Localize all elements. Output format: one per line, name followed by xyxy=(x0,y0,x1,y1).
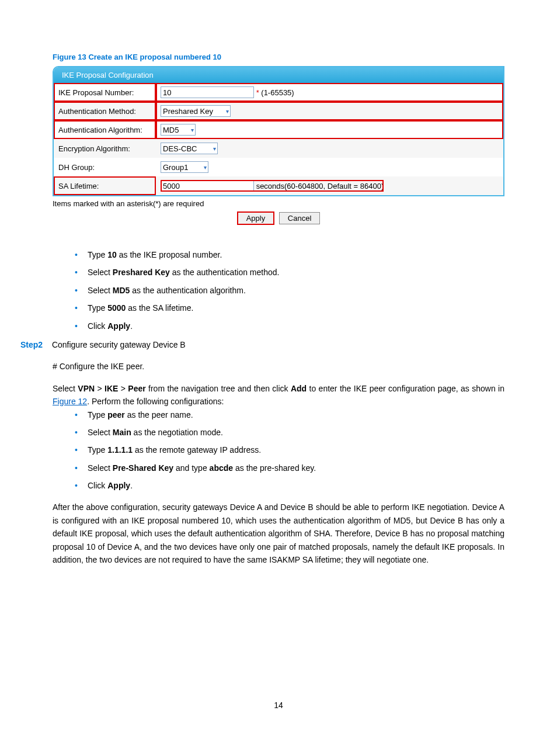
list-item: Type 5000 as the SA lifetime. xyxy=(88,301,504,314)
row-auth-method: Authentication Method: Preshared Key ▾ xyxy=(54,102,503,120)
select-auth-algo[interactable]: MD5 xyxy=(161,124,196,136)
hint-sa-lifetime: seconds(60-604800, Default = 86400) xyxy=(256,182,384,190)
list-item: Click Apply. xyxy=(88,320,504,332)
label-enc-algo: Encryption Algorithm: xyxy=(54,139,156,158)
paragraph: # Configure the IKE peer. xyxy=(53,360,504,373)
panel-header: IKE Proposal Configuration xyxy=(54,67,503,83)
required-note: Items marked with an asterisk(*) are req… xyxy=(53,199,504,208)
paragraph: Select VPN > IKE > Peer from the navigat… xyxy=(53,382,504,408)
list-item: Type peer as the peer name. xyxy=(88,408,504,421)
figure-caption: Figure 13 Create an IKE proposal numbere… xyxy=(53,53,504,61)
ike-config-panel: IKE Proposal Configuration IKE Proposal … xyxy=(53,66,504,196)
page-number: 14 xyxy=(53,700,504,710)
list-item: Select MD5 as the authentication algorit… xyxy=(88,284,504,297)
select-auth-method[interactable]: Preshared Key xyxy=(161,105,231,117)
instruction-list-2: Type peer as the peer name. Select Main … xyxy=(53,408,504,493)
select-dh-group[interactable]: Group1 xyxy=(161,161,208,173)
instruction-list-1: Type 10 as the IKE proposal number. Sele… xyxy=(53,248,504,332)
cancel-button[interactable]: Cancel xyxy=(279,212,320,224)
figure-12-link[interactable]: Figure 12 xyxy=(53,397,87,406)
apply-button[interactable]: Apply xyxy=(237,211,275,225)
hint-proposal-number: (1-65535) xyxy=(261,88,294,97)
label-auth-algo: Authentication Algorithm: xyxy=(54,120,156,139)
label-sa-lifetime: SA Lifetime: xyxy=(54,176,156,195)
config-table: IKE Proposal Number: * (1-65535) Authent… xyxy=(54,83,503,195)
label-auth-method: Authentication Method: xyxy=(54,102,156,120)
list-item: Type 1.1.1.1 as the remote gateway IP ad… xyxy=(88,443,504,456)
list-item: Select Pre-Shared Key and type abcde as … xyxy=(88,462,504,474)
input-sa-lifetime[interactable] xyxy=(161,180,254,192)
label-proposal-number: IKE Proposal Number: xyxy=(54,83,156,102)
paragraph: After the above configuration, security … xyxy=(53,501,504,566)
row-sa-lifetime: SA Lifetime: seconds(60-604800, Default … xyxy=(54,176,503,195)
row-dh-group: DH Group: Group1 ▾ xyxy=(54,158,503,176)
list-item: Select Main as the negotiation mode. xyxy=(88,426,504,439)
required-star-icon: * xyxy=(256,88,259,97)
input-proposal-number[interactable] xyxy=(161,86,254,98)
step-text: Configure security gateway Device B xyxy=(52,340,186,349)
list-item: Select Preshared Key as the authenticati… xyxy=(88,266,504,279)
label-dh-group: DH Group: xyxy=(54,158,156,176)
select-enc-algo[interactable]: DES-CBC xyxy=(161,143,218,154)
row-enc-algo: Encryption Algorithm: DES-CBC ▾ xyxy=(54,139,503,158)
list-item: Type 10 as the IKE proposal number. xyxy=(88,248,504,261)
list-item: Click Apply. xyxy=(88,479,504,492)
step-label: Step2 xyxy=(20,338,50,351)
row-proposal-number: IKE Proposal Number: * (1-65535) xyxy=(54,83,503,102)
row-auth-algo: Authentication Algorithm: MD5 ▾ xyxy=(54,120,503,139)
